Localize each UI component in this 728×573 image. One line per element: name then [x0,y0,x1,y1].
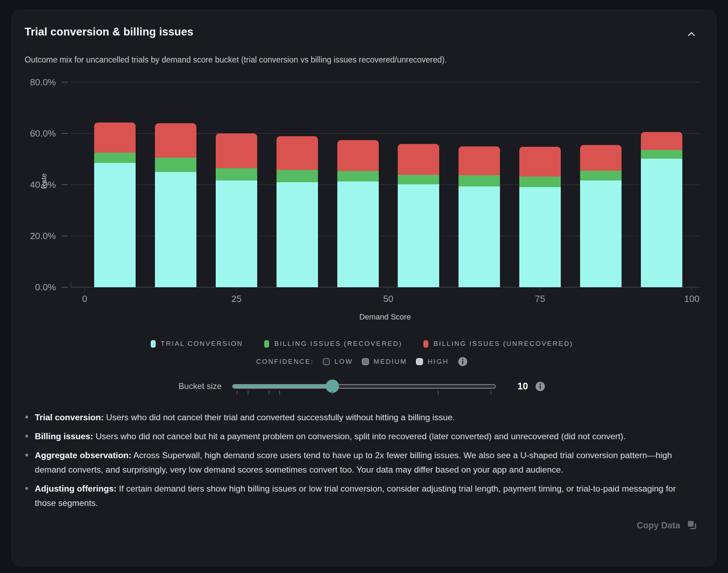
bar-bucket-0-10[interactable] [94,123,136,287]
bar-segment-trial-conversion[interactable] [398,184,439,287]
confidence-toggle-high[interactable]: HIGH [416,358,449,365]
x-axis-tick [540,287,540,291]
bar-segment-trial-conversion[interactable] [519,187,561,287]
slider-track[interactable] [232,384,496,389]
y-axis-tick [61,133,68,134]
page-title: Trial conversion & billing issues [25,26,193,38]
x-axis-tick [388,287,389,291]
info-icon [535,387,545,393]
bar-bucket-40-50[interactable] [337,140,379,287]
bar-segment-billing-issues-recovered-[interactable] [155,158,196,172]
chart-subtitle: Outcome mix for uncancelled trials by de… [25,55,699,65]
bar-segment-billing-issues-recovered-[interactable] [580,171,622,180]
x-tick-label: 0 [64,294,106,304]
bar-bucket-90-100[interactable] [641,132,682,287]
legend-item[interactable]: TRIAL CONVERSION [151,340,243,348]
note-lead: Aggregate observation: [35,450,131,460]
bar-segment-trial-conversion[interactable] [216,180,257,287]
bar-segment-billing-issues-recovered-[interactable] [94,153,136,163]
bar-bucket-30-40[interactable] [277,136,318,287]
y-axis-line [71,282,71,287]
stacked-bar-chart: Rate Demand Score 0.0%20.0%40.0%60.0%80.… [71,82,700,287]
bar-segment-billing-issues-recovered-[interactable] [519,177,561,187]
bar-segment-billing-issues-unrecovered-[interactable] [277,136,318,170]
bar-segment-billing-issues-unrecovered-[interactable] [459,146,500,175]
confidence-filter-row: CONFIDENCE: LOWMEDIUMHIGH [25,357,699,367]
confidence-level-label: MEDIUM [373,358,407,365]
bar-segment-billing-issues-recovered-[interactable] [641,150,682,159]
x-axis-tick [236,287,237,291]
bar-segment-billing-issues-unrecovered-[interactable] [641,132,682,150]
note-lead: Billing issues: [35,432,93,441]
slider-tick [332,391,333,395]
legend-item[interactable]: BILLING ISSUES (RECOVERED) [264,340,402,348]
y-tick-label: 20.0% [21,231,56,241]
bar-segment-billing-issues-unrecovered-[interactable] [519,147,561,177]
bucket-size-slider[interactable] [232,379,496,393]
y-tick-label: 40.0% [21,180,56,189]
bucket-size-value: 10 [518,381,528,392]
bar-bucket-80-90[interactable] [580,145,622,287]
slider-tick [490,391,491,395]
x-tick-label: 75 [519,294,561,304]
bucket-size-info-button[interactable] [535,381,545,391]
bar-segment-billing-issues-recovered-[interactable] [398,175,439,184]
copy-data-button[interactable]: Copy Data [635,519,699,532]
card-header: Trial conversion & billing issues [25,10,699,42]
collapse-button[interactable] [684,26,699,42]
grid-line [71,82,700,83]
chevron-up-icon [686,35,697,41]
copy-data-label: Copy Data [637,520,680,531]
bar-segment-trial-conversion[interactable] [277,182,318,287]
bar-bucket-70-80[interactable] [519,147,561,287]
bar-segment-billing-issues-unrecovered-[interactable] [155,123,196,158]
slider-tick [237,391,238,395]
slider-tick [438,391,438,395]
bar-segment-billing-issues-unrecovered-[interactable] [580,145,622,171]
slider-tick [279,391,280,395]
confidence-info-button[interactable] [458,357,468,367]
confidence-swatch-low [323,358,330,365]
bar-segment-billing-issues-unrecovered-[interactable] [398,144,439,175]
y-tick-label: 80.0% [21,78,56,87]
confidence-swatch-high [416,358,423,365]
bar-segment-trial-conversion[interactable] [641,159,682,287]
bar-segment-trial-conversion[interactable] [155,172,196,288]
bar-bucket-20-30[interactable] [216,133,257,287]
note-item: Adjusting offerings: If certain demand t… [25,481,699,510]
bucket-size-row: Bucket size 10 [25,379,699,393]
chart-legend: TRIAL CONVERSIONBILLING ISSUES (RECOVERE… [25,340,699,348]
bar-segment-trial-conversion[interactable] [459,186,500,287]
bar-segment-billing-issues-unrecovered-[interactable] [94,123,136,152]
bar-bucket-50-60[interactable] [398,144,439,287]
bar-segment-billing-issues-unrecovered-[interactable] [337,140,379,171]
legend-item[interactable]: BILLING ISSUES (UNRECOVERED) [423,340,573,348]
x-tick-label: 25 [215,294,258,304]
bar-segment-trial-conversion[interactable] [94,163,136,287]
x-tick-label: 100 [671,294,713,304]
y-axis-tick [61,287,68,288]
note-item: Aggregate observation: Across Superwall,… [25,448,699,477]
x-axis-tick [84,287,85,291]
bar-bucket-60-70[interactable] [459,146,500,287]
legend-label: BILLING ISSUES (UNRECOVERED) [434,340,573,348]
bar-segment-billing-issues-recovered-[interactable] [277,170,318,182]
bar-segment-trial-conversion[interactable] [337,182,379,287]
confidence-level-label: HIGH [428,358,449,365]
slider-tick [248,391,248,395]
y-axis-tick [61,82,68,83]
y-tick-label: 60.0% [21,129,56,138]
bar-segment-billing-issues-recovered-[interactable] [459,175,500,186]
legend-swatch [264,340,269,348]
confidence-swatch-medium [362,358,369,365]
bar-segment-billing-issues-recovered-[interactable] [337,171,379,182]
confidence-toggle-low[interactable]: LOW [323,358,353,365]
bar-bucket-10-20[interactable] [155,123,196,287]
slider-fill [233,385,332,388]
bar-segment-billing-issues-unrecovered-[interactable] [216,133,257,168]
confidence-toggle-medium[interactable]: MEDIUM [362,358,407,365]
bar-segment-trial-conversion[interactable] [580,180,622,287]
bar-segment-billing-issues-recovered-[interactable] [216,168,257,180]
card-footer: Copy Data [25,519,699,532]
x-tick-label: 50 [367,294,409,304]
